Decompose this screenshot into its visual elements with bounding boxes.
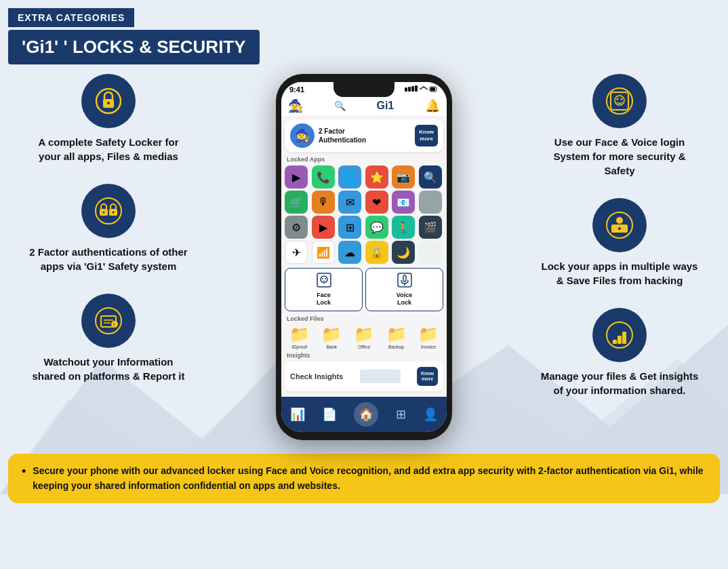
svg-point-8 (103, 212, 105, 214)
lock-buttons: FaceLock VoiceLock (281, 265, 447, 314)
app-header: 🧙 🔍 Gi1 🔔 (281, 96, 447, 117)
watchout-icon: ! (81, 294, 136, 348)
check-insights-text: Check Insights (290, 372, 343, 380)
bottom-nav: 📊 📄 🏠 ⊞ 👤 (281, 397, 447, 432)
voice-lock-text: VoiceLock (397, 292, 412, 307)
app-icon[interactable]: ⭐ (365, 165, 388, 189)
lock-apps-text: Lock your apps in multiple ways & Save F… (538, 259, 701, 288)
nav-grid-icon[interactable]: ⊞ (396, 407, 406, 422)
file-label: Office (358, 345, 370, 349)
bullet-point: • (22, 465, 26, 479)
status-time: 9:41 (289, 85, 304, 94)
voice-lock-icon (397, 273, 412, 290)
app-icon[interactable]: 📧 (392, 191, 415, 214)
nav-user-icon[interactable]: 👤 (423, 407, 438, 422)
file-label: Invoice (421, 345, 436, 349)
nav-chart-icon[interactable]: 📊 (290, 407, 305, 422)
phone-mockup: 9:41 (276, 74, 452, 440)
phone-mockup-container: 9:41 (210, 74, 518, 440)
file-label: Backup (388, 345, 404, 349)
nav-doc-icon[interactable]: 📄 (322, 407, 337, 422)
app-icon[interactable]: 📶 (312, 241, 335, 264)
app-icon[interactable]: 🚶 (392, 216, 415, 239)
folder-icon: 📁 (386, 325, 407, 344)
app-icon[interactable]: 📷 (392, 165, 415, 189)
twofa-banner[interactable]: 🧙 2 Factor Authentication Knowmore (285, 119, 443, 152)
app-icon[interactable]: 📞 (312, 165, 335, 189)
svg-rect-40 (618, 336, 622, 344)
safety-locker-icon (81, 74, 136, 128)
twofa-text: 2 Factor Authentication (319, 127, 411, 144)
app-icon[interactable] (419, 191, 442, 214)
phone-screen: 9:41 (281, 82, 447, 432)
feature-manage-files: Manage your files & Get insights of your… (538, 308, 701, 397)
app-icon[interactable] (419, 241, 442, 264)
app-icon[interactable]: 🛒 (285, 191, 308, 214)
nav-home-icon[interactable]: 🏠 (354, 402, 378, 427)
feature-face-voice: Use our Face & Voice login System for mo… (538, 74, 701, 178)
face-voice-text: Use our Face & Voice login System for mo… (538, 135, 701, 178)
file-item[interactable]: 📁 IDproof (289, 325, 310, 349)
app-title-text: Gi1 (376, 100, 394, 112)
svg-text:!: ! (113, 322, 115, 327)
extra-categories-banner: EXTRA CATEGORIES (8, 8, 134, 27)
face-lock-button[interactable]: FaceLock (285, 268, 363, 311)
file-item[interactable]: 📁 Backup (386, 325, 407, 349)
app-icon[interactable]: ▶ (285, 165, 308, 189)
check-insights-button[interactable]: Check Insights Knowmore (285, 361, 443, 392)
title-bar: 'Gi1' ' LOCKS & SECURITY (0, 27, 728, 67)
svg-rect-19 (415, 85, 418, 92)
phone-notch (333, 82, 395, 97)
app-icon[interactable]: ❤ (365, 191, 388, 214)
app-icon[interactable]: ✈ (285, 241, 308, 264)
insights-label: Insights (281, 351, 447, 360)
app-icon[interactable]: 🎬 (419, 216, 442, 239)
folder-icon: 📁 (354, 325, 374, 344)
app-grid: ▶ 📞 🌐 ⭐ 📷 🔍 🛒 🎙 ✉ ❤ 📧 ⚙ ▶ (281, 164, 447, 265)
svg-rect-17 (408, 87, 411, 92)
svg-rect-18 (411, 86, 414, 92)
app-icon[interactable]: 🎙 (312, 191, 335, 214)
feature-lock-apps: Lock your apps in multiple ways & Save F… (538, 198, 701, 288)
feature-two-factor: 2 Factor authentications of other apps v… (27, 184, 190, 273)
svg-rect-41 (622, 332, 626, 344)
lock-apps-icon (592, 198, 647, 252)
svg-point-38 (607, 322, 632, 348)
page-title: 'Gi1' ' LOCKS & SECURITY (22, 37, 246, 57)
app-icon[interactable]: 💬 (365, 216, 388, 239)
svg-point-24 (322, 278, 323, 279)
svg-rect-16 (405, 87, 407, 92)
two-factor-text: 2 Factor authentications of other apps v… (27, 245, 190, 273)
app-icon[interactable]: ✉ (338, 191, 361, 214)
folder-icon: 📁 (418, 325, 439, 344)
locked-apps-label: Locked Apps (281, 155, 447, 164)
svg-point-4 (107, 102, 110, 104)
file-label: Bank (326, 345, 337, 349)
file-item[interactable]: 📁 Bank (321, 325, 342, 349)
voice-lock-button[interactable]: VoiceLock (365, 268, 443, 311)
svg-rect-21 (430, 87, 435, 91)
face-lock-text: FaceLock (317, 292, 331, 307)
bottom-note-text: Secure your phone with our advanced lock… (33, 463, 706, 494)
app-icon[interactable]: ⊞ (338, 216, 361, 239)
left-features: A complete Safety Locker for your all ap… (14, 74, 203, 383)
safety-locker-text: A complete Safety Locker for your all ap… (27, 135, 190, 163)
app-icon[interactable]: 🔍 (419, 165, 442, 189)
app-icon[interactable]: 🌙 (392, 241, 415, 264)
twofa-know-more-button[interactable]: Knowmore (415, 125, 438, 146)
twofa-avatar: 🧙 (290, 123, 315, 148)
app-icon[interactable]: 🔒 (365, 241, 388, 264)
svg-point-35 (616, 217, 623, 224)
svg-rect-39 (613, 340, 617, 344)
insights-know-more-button[interactable]: Knowmore (417, 367, 438, 387)
folder-icon: 📁 (321, 325, 342, 344)
app-icon[interactable]: ▶ (312, 216, 335, 239)
svg-point-25 (325, 278, 326, 279)
app-icon[interactable]: ⚙ (285, 216, 308, 239)
app-icon[interactable]: 🌐 (338, 165, 361, 189)
feature-watchout: ! Watchout your Information shared on pl… (27, 294, 190, 383)
files-row: 📁 IDproof 📁 Bank 📁 Office 📁 (281, 323, 447, 351)
file-item[interactable]: 📁 Office (354, 325, 374, 349)
app-icon[interactable]: ☁ (338, 241, 361, 264)
file-item[interactable]: 📁 Invoice (418, 325, 439, 349)
